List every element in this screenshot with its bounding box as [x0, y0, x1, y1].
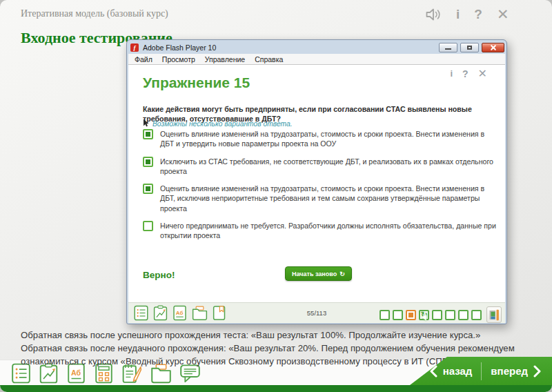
cursor-icon — [143, 117, 149, 130]
menu-view[interactable]: Просмотр — [158, 55, 201, 63]
result-label: Верно! — [143, 270, 175, 280]
option-text: Оценить влияние изменений на трудозатрат… — [160, 184, 496, 213]
course-title: Итеративная модель (базовый курс) — [21, 8, 168, 19]
slide-help-icon[interactable]: ? — [462, 67, 469, 81]
restart-button-label: Начать заново — [292, 271, 337, 277]
slide-close-icon[interactable]: ✕ — [478, 67, 487, 81]
checkbox-icon[interactable] — [143, 157, 153, 167]
slide-nav-square[interactable] — [458, 310, 469, 320]
window-title: Adobe Flash Player 10 — [141, 43, 436, 52]
flash-player-icon: f — [130, 43, 139, 52]
info-icon[interactable]: i — [456, 6, 460, 23]
checkbox-icon[interactable] — [143, 221, 153, 231]
slide-controls: i ? ✕ — [450, 67, 487, 81]
slide-nav-squares — [379, 306, 502, 323]
window-close-button[interactable] — [482, 43, 504, 52]
slide-content: i ? ✕ Упражнение 15 Какие действия могут… — [128, 65, 505, 302]
slide-nav-square[interactable] — [379, 310, 390, 320]
feedback-line: Обратная связь после успешного прохожден… — [21, 329, 515, 342]
slide-nav-square[interactable] — [445, 310, 455, 320]
option-text: Исключить из СТАС требования, не соответ… — [160, 157, 496, 177]
option-text: Ничего предпринимать не требуется. Разра… — [160, 221, 496, 241]
slide-nav-square[interactable] — [471, 310, 482, 320]
help-icon[interactable]: ? — [474, 6, 482, 23]
restart-button[interactable]: Начать заново ↻ — [285, 266, 352, 281]
minimize-button[interactable] — [439, 43, 457, 52]
slide-nav-square-replay-icon[interactable] — [419, 310, 429, 320]
bottom-accent-bar — [0, 385, 552, 392]
menu-file[interactable]: Файл — [130, 55, 158, 63]
slide-toolbar: Аб 55/113 — [128, 302, 505, 323]
answer-option[interactable]: Исключить из СТАС требования, не соответ… — [143, 157, 496, 177]
forward-button-label: вперед — [491, 365, 528, 377]
answer-option[interactable]: Оценить влияние изменений на трудозатрат… — [143, 184, 496, 213]
slide-info-icon[interactable]: i — [450, 67, 453, 81]
exercise-title: Упражнение 15 — [143, 75, 250, 91]
answer-options: Оценить влияние изменений на трудозатрат… — [143, 129, 496, 241]
slide-nav-square[interactable] — [432, 310, 442, 320]
menu-control[interactable]: Управление — [201, 55, 250, 63]
window-titlebar[interactable]: f Adobe Flash Player 10 — [128, 40, 505, 54]
slide-nav-square[interactable] — [393, 310, 403, 320]
answer-option[interactable]: Ничего предпринимать не требуется. Разра… — [143, 221, 496, 241]
flash-player-window: f Adobe Flash Player 10 Файл Просмотр Уп… — [126, 39, 507, 324]
feedback-line: Обратная связь после неудачного прохожде… — [21, 342, 515, 355]
exit-icon — [489, 309, 500, 321]
window-menubar: Файл Просмотр Управление Справка — [128, 54, 505, 65]
close-icon[interactable]: ✕ — [497, 6, 509, 23]
back-button-label: назад — [443, 365, 473, 377]
forward-button[interactable]: вперед — [482, 365, 552, 378]
hint-text: Возможны несколько вариантов ответа. — [152, 120, 293, 128]
answer-option[interactable]: Оценить влияние изменений на трудозатрат… — [143, 129, 496, 149]
sound-icon[interactable] — [425, 7, 442, 22]
checkbox-icon[interactable] — [143, 184, 153, 194]
menu-help[interactable]: Справка — [250, 55, 288, 63]
checkbox-icon[interactable] — [143, 129, 153, 139]
slide-nav-square-current[interactable] — [406, 310, 416, 320]
option-text: Оценить влияние изменений на трудозатрат… — [160, 129, 496, 149]
chevron-right-icon — [533, 365, 541, 378]
exit-course-button[interactable] — [486, 306, 502, 323]
player-top-controls: i ? ✕ — [425, 6, 509, 23]
restore-button[interactable] — [460, 43, 479, 52]
svg-text:Аб: Аб — [71, 369, 81, 377]
exercise-hint: Возможны несколько вариантов ответа. — [143, 117, 293, 130]
course-player: Итеративная модель (базовый курс) i ? ✕ … — [0, 0, 552, 392]
restart-icon: ↻ — [339, 271, 345, 277]
